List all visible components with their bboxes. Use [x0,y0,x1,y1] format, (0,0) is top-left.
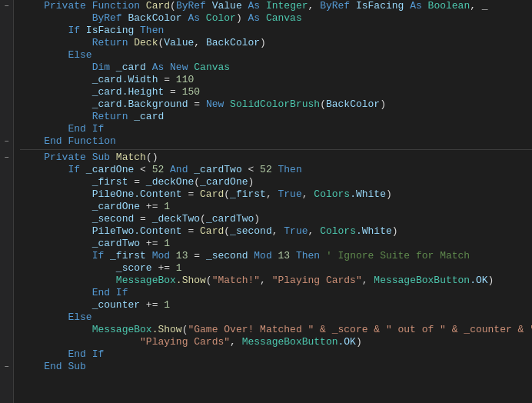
code-token: As [248,12,265,25]
code-line: _card.Height = 150 [20,86,532,98]
code-line: _card.Width = 110 [20,74,532,86]
code-token: ( [182,324,188,336]
code-token: _deckOne [146,176,194,188]
code-token: As [152,62,170,74]
code-token: Colors [314,188,350,201]
gutter-marker[interactable]: − [2,135,12,148]
code-token: If [116,287,128,299]
code-token: Card [200,225,224,238]
gutter-marker[interactable]: − [2,152,12,164]
code-token: Mod [254,250,278,262]
code-token: MessageBoxButton [374,275,470,287]
code-token: Match [116,152,146,164]
code-line: _first = _deckOne(_cardOne) [20,176,532,188]
gutter-marker [2,49,12,62]
code-token: , [308,0,321,12]
code-token: Canvas [194,62,230,74]
code-token: ) [236,12,248,25]
gutter-marker [2,213,12,225]
code-token: If [92,250,110,262]
code-line: End If [20,287,532,299]
gutter-marker [2,225,12,238]
code-token: "Match!" [212,275,260,287]
code-token: ( [158,37,164,49]
code-token: _first [230,188,266,201]
gutter-marker [2,123,12,135]
code-token: ) [260,37,266,49]
code-token: BackColor [326,98,380,111]
code-token: , [230,336,242,348]
code-content: Private Function Card(ByRef Value As Int… [14,0,532,403]
code-token: = [188,188,200,201]
code-token: MessageBox [116,275,176,287]
code-token: += [146,201,164,213]
code-token: , [362,275,374,287]
code-token: Value [164,37,194,49]
code-token: Private [44,0,91,12]
code-line: If IsFacing Then [20,25,532,37]
gutter-marker [2,324,12,336]
code-token: .White [356,225,392,238]
code-token: Canvas [266,12,302,25]
gutter-marker [2,201,12,213]
code-token: ) [254,213,260,225]
code-token: .Background [122,98,195,111]
code-token: _cardTwo [206,213,254,225]
code-token: ) [386,188,392,201]
code-token: _card [92,98,122,111]
code-line: "Playing Cards", MessageBoxButton.OK) [20,336,532,348]
code-token: .OK [338,336,356,348]
code-token: 52 [152,164,170,176]
code-editor: −−−− Private Function Card(ByRef Value A… [0,0,532,403]
code-token: _second [206,250,254,262]
code-token: = [194,250,206,262]
code-token: 13 [176,250,194,262]
code-line: Return _card [20,111,532,123]
code-line: _card.Background = New SolidColorBrush(B… [20,98,532,111]
gutter-marker [2,12,12,25]
code-token: End [92,287,116,299]
code-token: Boolean [428,0,470,12]
code-token: ( [224,225,230,238]
code-token: < [140,164,152,176]
code-token: "Playing Cards" [272,275,362,287]
code-token: _cardOne [86,164,140,176]
code-line: ByRef BackColor As Color) As Canvas [20,12,532,25]
code-line: _score += 1 [20,262,532,275]
code-token: IsFacing [86,25,140,37]
code-token: ByRef [320,0,356,12]
code-token: .Content [134,225,188,238]
code-token: If [68,25,85,37]
code-token: Card [146,0,170,12]
code-token: Sub [92,152,116,164]
code-token: ( [170,0,176,12]
code-token: Then [296,250,326,262]
code-token: = [194,98,206,111]
code-token: ByRef [176,0,212,12]
code-token: If [92,348,105,361]
code-token: _first [92,176,135,188]
gutter-marker [2,25,12,37]
code-token: ' Ignore Suite for Match [326,250,470,262]
code-token: Then [278,164,302,176]
code-token: , [308,225,321,238]
gutter-marker [2,164,12,176]
code-token: New [206,98,230,111]
gutter-marker [2,299,12,311]
code-line: MessageBox.Show("Match!", "Playing Cards… [20,275,532,287]
code-token: _second [92,213,140,225]
code-token: _card [134,111,164,123]
code-line: _second = _deckTwo(_cardTwo) [20,213,532,225]
code-token: PileOne [92,188,135,201]
gutter-marker[interactable]: − [2,0,12,12]
code-token: ( [194,176,200,188]
code-token: If [92,123,105,135]
gutter-marker[interactable]: − [2,361,12,373]
code-token: , _ [470,0,487,12]
code-token: _card [92,86,122,98]
code-token: ) [248,176,254,188]
gutter-marker [2,262,12,275]
code-token: 1 [164,201,170,213]
gutter-marker [2,37,12,49]
gutter-marker [2,62,12,74]
